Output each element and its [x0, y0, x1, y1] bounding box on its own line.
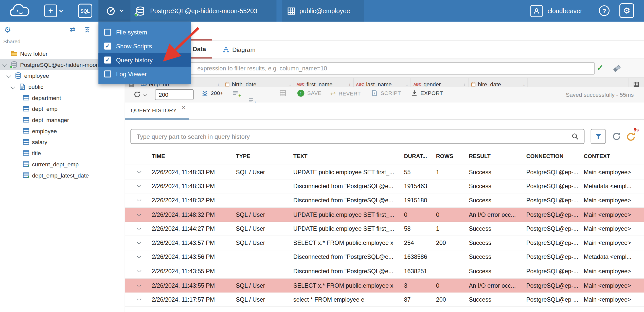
row-expand-chevron-icon[interactable] — [130, 285, 148, 286]
row-expand-chevron-icon[interactable] — [130, 299, 148, 300]
row-text: UPDATE public.employee SET first_... — [289, 225, 400, 232]
checkbox-show-scripts[interactable]: ✓ — [104, 42, 111, 49]
add-row-button[interactable]: + — [232, 90, 240, 97]
query-history-row[interactable]: 2/26/2024, 11:48:32 PM Disconnected from… — [125, 193, 644, 208]
query-history-row[interactable]: 2/26/2024, 11:44:27 PM SQL / User UPDATE… — [125, 222, 644, 236]
connection-selector[interactable]: PostgreSQL@ep-hidden-moon-55203 — [130, 0, 276, 22]
table-icon — [23, 105, 30, 112]
checkbox-query-history[interactable]: ✓ — [104, 56, 111, 63]
tree-item-view-current-dept-emp[interactable]: current_dept_emp — [0, 159, 125, 170]
query-history-row[interactable]: 2/26/2024, 11:48:32 PM SQL / User UPDATE… — [125, 208, 644, 222]
menu-item-show-scripts[interactable]: ✓ Show Scripts — [98, 39, 191, 53]
row-expand-chevron-icon[interactable] — [130, 214, 148, 215]
row-connection: PostgreSQL@ep-... — [522, 240, 579, 246]
collapse-all-icon[interactable] — [84, 26, 91, 35]
question-icon: ? — [602, 7, 606, 14]
checkbox-log-viewer[interactable] — [104, 70, 111, 77]
refresh-options-chevron-icon[interactable] — [144, 93, 147, 96]
history-col-type[interactable]: TYPE — [232, 153, 289, 159]
tree-item-table-dept-manager[interactable]: dept_manager — [0, 114, 125, 125]
grid-view-button[interactable] — [279, 90, 287, 97]
column-header-birth-date[interactable]: birth_date ↕ — [222, 78, 294, 87]
expand-chevron-icon[interactable] — [2, 62, 7, 67]
row-expand-chevron-icon[interactable] — [130, 185, 148, 187]
tree-item-table-salary[interactable]: salary — [0, 136, 125, 148]
clear-filter-eraser-icon[interactable] — [612, 64, 621, 73]
history-col-text[interactable]: TEXT — [289, 153, 400, 159]
menu-item-log-viewer[interactable]: Log Viewer — [98, 67, 191, 81]
save-button[interactable]: ↑ SAVE — [297, 90, 321, 97]
history-col-time[interactable]: TIME — [148, 153, 232, 159]
main-content: Data Diagram ✓ 123 emp_no ↕ — [125, 22, 644, 312]
new-object-chevron-icon[interactable] — [59, 8, 63, 12]
tree-item-table-department[interactable]: department — [0, 92, 125, 103]
new-sql-editor-button[interactable]: SQL — [78, 4, 92, 18]
query-history-row[interactable]: 2/26/2024, 11:48:33 PM Disconnected from… — [125, 179, 644, 193]
sidebar-settings-gear-icon[interactable]: ⚙ — [4, 25, 11, 34]
close-tab-icon[interactable]: × — [182, 104, 185, 111]
top-bar: + SQL PostgreSQL@ep-hidden-moon-55203 pu… — [0, 0, 644, 22]
sort-icon: ↕ — [345, 82, 351, 87]
revert-button[interactable]: ↩ REVERT — [330, 90, 361, 97]
query-history-row[interactable]: 2/26/2024, 11:43:55 PM SQL / User SELECT… — [125, 279, 644, 293]
script-button[interactable]: SCRIPT — [371, 90, 401, 96]
menu-item-file-system[interactable]: File system — [98, 25, 191, 39]
row-context: Main <employee> — [580, 240, 644, 246]
history-filter-button[interactable] — [591, 129, 606, 144]
expand-chevron-icon[interactable] — [6, 73, 11, 78]
column-header-hire-date[interactable]: hire_date ↕ — [469, 78, 528, 87]
row-expand-chevron-icon[interactable] — [130, 171, 148, 173]
plus-icon: + — [48, 6, 53, 15]
settings-button[interactable]: ⚙ — [619, 3, 634, 18]
column-header-first-name[interactable]: ABC first_name ↕ — [294, 78, 354, 87]
refresh-data-button[interactable] — [133, 91, 141, 99]
history-col-context[interactable]: CONTEXT — [580, 153, 644, 159]
history-col-result[interactable]: RESULT — [465, 153, 522, 159]
user-menu[interactable]: cloudbeaver — [530, 0, 596, 22]
tree-item-table-dept-emp[interactable]: dept_emp — [0, 103, 125, 114]
menu-item-query-history[interactable]: ✓ Query history — [98, 53, 191, 67]
row-expand-chevron-icon[interactable] — [130, 256, 148, 258]
row-context: Main <employee> — [580, 268, 644, 275]
row-expand-chevron-icon[interactable] — [130, 228, 148, 229]
diagram-icon — [223, 46, 229, 53]
query-history-search-input[interactable] — [130, 129, 584, 144]
query-history-row[interactable]: 2/26/2024, 11:48:33 PM SQL / User UPDATE… — [125, 165, 644, 179]
query-history-row[interactable]: 2/26/2024, 11:43:55 PM Disconnected from… — [125, 264, 644, 279]
fetch-next-page-button[interactable]: 200+ — [201, 90, 223, 97]
funnel-icon — [595, 133, 602, 140]
tab-diagram[interactable]: Diagram — [216, 41, 262, 58]
query-history-row[interactable]: 2/26/2024, 11:17:57 PM SQL / User select… — [125, 293, 644, 307]
row-expand-chevron-icon[interactable] — [130, 242, 148, 244]
apply-filter-check-icon[interactable]: ✓ — [597, 63, 603, 72]
history-refresh-button[interactable] — [612, 131, 621, 141]
expand-chevron-icon[interactable] — [10, 85, 15, 89]
row-expand-chevron-icon[interactable] — [130, 270, 148, 272]
help-button[interactable]: ? — [599, 5, 610, 16]
checkbox-file-system[interactable] — [104, 28, 111, 35]
grid-settings-button[interactable] — [629, 78, 644, 87]
row-rowcount: 0 — [432, 282, 465, 289]
row-time: 2/26/2024, 11:43:57 PM — [148, 240, 232, 246]
export-button[interactable]: EXPORT — [411, 90, 443, 96]
tree-item-table-employee[interactable]: employee — [0, 125, 125, 136]
query-history-row[interactable]: 2/26/2024, 11:43:56 PM Disconnected from… — [125, 250, 644, 264]
auto-refresh-button[interactable] — [625, 131, 636, 142]
filter-expression-input[interactable] — [129, 62, 595, 75]
schema-selector[interactable]: public@employee — [282, 0, 364, 22]
column-header-last-name[interactable]: ABC last_name ↕ — [354, 78, 411, 87]
row-expand-chevron-icon[interactable] — [130, 200, 148, 201]
tree-item-view-dept-emp-latest-date[interactable]: dept_emp_latest_date — [0, 170, 125, 181]
history-col-connection[interactable]: CONNECTION — [522, 153, 579, 159]
query-history-tab[interactable]: QUERY HISTORY — [125, 102, 189, 120]
history-col-duration[interactable]: DURAT... — [400, 153, 432, 159]
fetch-size-input[interactable] — [155, 89, 194, 100]
new-object-button[interactable]: + — [44, 5, 57, 17]
column-header-gender[interactable]: ABC gender ↕ — [411, 78, 468, 87]
query-history-row[interactable]: 2/26/2024, 11:43:57 PM SQL / User SELECT… — [125, 236, 644, 250]
row-context: Main <employee> — [580, 169, 644, 175]
tools-menu-button[interactable] — [98, 0, 130, 22]
history-col-rows[interactable]: ROWS — [432, 153, 465, 159]
tree-item-table-title[interactable]: title — [0, 147, 125, 159]
sync-connection-icon[interactable]: ⇄ — [70, 25, 76, 34]
